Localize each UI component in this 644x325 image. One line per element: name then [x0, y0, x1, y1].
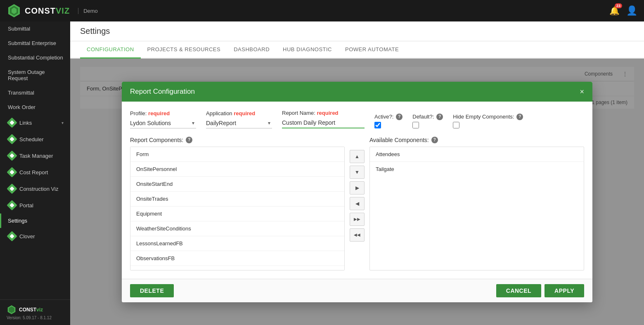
component-item-weathersiteconditions[interactable]: WeatherSiteConditions [130, 221, 344, 236]
active-checkbox[interactable] [374, 122, 381, 128]
sidebar-item-cost-report[interactable]: Cost Report [0, 164, 70, 180]
default-group: Default?: ? [412, 114, 443, 128]
application-select-wrapper: DailyReport [206, 118, 272, 128]
report-name-label: Report Name: required [282, 110, 365, 116]
tab-hub-diagnostic[interactable]: HUB DIAGNOSTIC [276, 41, 339, 59]
hide-empty-checkbox[interactable] [453, 122, 459, 128]
dialog-body: Profile: required Lydon Solutions [122, 102, 592, 279]
report-components-label: Report Components: ? [130, 137, 345, 143]
top-navigation: CONST VIZ Demo 🔔 23 👤 [0, 0, 644, 21]
report-name-input[interactable] [282, 118, 365, 128]
component-item-onsitetrades[interactable]: OnsiteTrades [130, 192, 344, 206]
logo-viz: VIZ [56, 6, 70, 16]
logo-icon [7, 3, 21, 18]
profile-label: Profile: required [130, 110, 196, 116]
sidebar-item-clover[interactable]: Clover [0, 228, 70, 244]
modal-overlay: Report Configuration × Profile: required [70, 59, 644, 325]
sidebar-item-label: System Outage Request [8, 69, 64, 81]
dialog-footer: DELETE CANCEL APPLY [122, 279, 592, 302]
sidebar-item-substantial-completion[interactable]: Substantial Completion [0, 50, 70, 65]
report-name-group: Report Name: required [282, 110, 365, 128]
bottom-logo-text: CONSTviz [19, 307, 43, 313]
active-help-icon[interactable]: ? [396, 114, 402, 120]
profile-group: Profile: required Lydon Solutions [130, 110, 196, 128]
sidebar-item-label: Settings [8, 218, 27, 224]
sidebar-item-settings[interactable]: Settings [0, 214, 70, 228]
sidebar-item-submittal-enterprise[interactable]: Submittal Enterprise [0, 36, 70, 50]
sidebar-item-portal[interactable]: Portal [0, 197, 70, 214]
component-item-lessonslearnedfb[interactable]: LessonsLearnedFB [130, 236, 344, 251]
sidebar-item-label: Cost Report [19, 169, 48, 176]
notification-count: 23 [615, 3, 622, 8]
report-components-help-icon[interactable]: ? [186, 137, 192, 143]
component-item-onsitestartend[interactable]: OnsiteStartEnd [130, 177, 344, 192]
bottom-logo-icon [7, 305, 17, 315]
application-select[interactable]: DailyReport [206, 118, 272, 128]
sidebar-item-links[interactable]: Links ▾ [0, 114, 70, 131]
move-up-button[interactable]: ▲ [350, 150, 365, 163]
component-item-onsitepersonnel[interactable]: OnSitePersonnel [130, 162, 344, 177]
move-all-left-button[interactable]: ◀◀ [350, 228, 365, 242]
tab-projects-resources[interactable]: PROJECTS & RESOURCES [141, 41, 227, 59]
move-left-button[interactable]: ◀ [350, 197, 365, 210]
available-components-section: Available Components: ? Attendees Tailga… [369, 137, 584, 270]
arrows-panel: ▲ ▼ ▶ ◀ ▶▶ ◀◀ [350, 137, 365, 242]
component-item-observationsfb[interactable]: ObservationsFB [130, 251, 344, 266]
delete-button[interactable]: DELETE [130, 284, 174, 297]
portal-icon [8, 201, 16, 209]
available-item-attendees[interactable]: Attendees [370, 147, 584, 162]
sidebar-item-work-order[interactable]: Work Order [0, 100, 70, 114]
sidebar-logo-bottom: CONSTviz Version: 5.09.17 - 8.1.12 [0, 299, 70, 325]
notification-bell[interactable]: 🔔 23 [609, 6, 620, 16]
available-components-list: Attendees Tailgate [369, 147, 584, 270]
move-down-button[interactable]: ▼ [350, 166, 365, 179]
tab-configuration[interactable]: CONFIGURATION [80, 41, 141, 59]
default-help-icon[interactable]: ? [436, 114, 443, 120]
dialog-header: Report Configuration × [122, 82, 592, 102]
component-item-equipment[interactable]: Equipment [130, 206, 344, 221]
links-icon [8, 119, 16, 127]
tabs-bar: CONFIGURATION PROJECTS & RESOURCES DASHB… [70, 41, 644, 59]
sidebar: Submittal Submittal Enterprise Substanti… [0, 21, 70, 325]
tab-dashboard[interactable]: DASHBOARD [227, 41, 276, 59]
active-group: Active?: ? [374, 114, 402, 128]
clover-icon [8, 232, 16, 240]
dialog-close-button[interactable]: × [580, 88, 584, 95]
available-item-tailgate[interactable]: Tailgate [370, 162, 584, 176]
move-right-button[interactable]: ▶ [350, 181, 365, 195]
available-components-help-icon[interactable]: ? [431, 137, 438, 143]
apply-button[interactable]: APPLY [545, 284, 584, 297]
sidebar-item-task-manager[interactable]: Task Manager [0, 147, 70, 164]
nav-right: 🔔 23 👤 [609, 5, 637, 16]
cancel-button[interactable]: CANCEL [496, 284, 541, 297]
logo-const: CONST [25, 6, 56, 16]
demo-label: Demo [78, 8, 98, 14]
sidebar-item-label: Task Manager [19, 153, 53, 159]
form-row: Profile: required Lydon Solutions [130, 110, 584, 128]
sidebar-item-system-outage-request[interactable]: System Outage Request [0, 65, 70, 85]
sidebar-item-label: Links [19, 120, 32, 126]
sidebar-item-label: Clover [19, 233, 35, 240]
tab-power-automate[interactable]: POWER AUTOMATE [339, 41, 405, 59]
sidebar-item-scheduler[interactable]: Scheduler [0, 131, 70, 147]
user-icon[interactable]: 👤 [626, 5, 637, 16]
move-all-right-button[interactable]: ▶▶ [350, 213, 365, 226]
component-item-form[interactable]: Form [130, 147, 344, 162]
sidebar-item-construction-viz[interactable]: Construction Viz [0, 180, 70, 197]
profile-select[interactable]: Lydon Solutions [130, 118, 196, 128]
default-checkbox[interactable] [412, 122, 419, 128]
sidebar-item-transmittal[interactable]: Transmittal [0, 85, 70, 100]
sidebar-item-label: Transmittal [8, 90, 34, 96]
hide-empty-help-icon[interactable]: ? [516, 114, 523, 120]
main-content: Settings CONFIGURATION PROJECTS & RESOUR… [70, 21, 644, 325]
sidebar-item-label: Construction Viz [19, 186, 58, 192]
active-label: Active?: [374, 114, 393, 120]
cost-report-icon [8, 168, 16, 176]
available-components-label: Available Components: ? [369, 137, 584, 143]
sidebar-item-label: Submittal [8, 26, 30, 32]
sidebar-item-label: Substantial Completion [8, 55, 63, 61]
task-manager-icon [8, 152, 16, 160]
sidebar-item-submittal[interactable]: Submittal [0, 21, 70, 36]
component-item-activitydetails[interactable]: ActivityDetails [130, 266, 344, 270]
chevron-icon: ▾ [62, 121, 64, 125]
